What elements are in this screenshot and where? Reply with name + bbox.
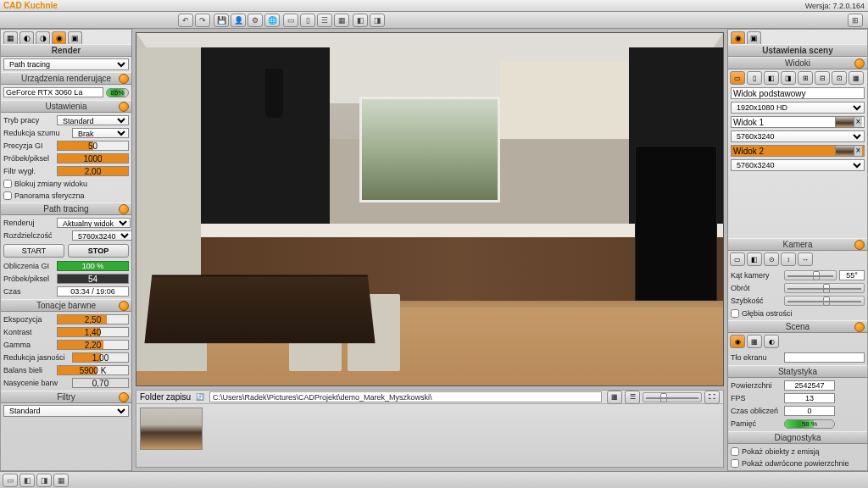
angle-slider[interactable]: [784, 270, 837, 280]
filter-value[interactable]: 2,00: [57, 166, 129, 176]
wb-value[interactable]: 5900 K: [57, 365, 129, 375]
view-2[interactable]: Widok 2×: [731, 145, 865, 157]
contrast-value[interactable]: 1,40: [57, 327, 129, 337]
tab-scene[interactable]: ▦: [3, 31, 18, 44]
view-btn-5[interactable]: ⊞: [798, 71, 813, 85]
gi-value[interactable]: 50: [57, 141, 129, 151]
render-thumbnail[interactable]: [140, 408, 203, 450]
close-icon[interactable]: ×: [854, 117, 862, 127]
panorama-checkbox[interactable]: [3, 191, 12, 200]
expand-icon[interactable]: ⛶: [704, 391, 720, 404]
misc2-icon[interactable]: ◨: [370, 14, 385, 27]
render-scope-select[interactable]: Aktualny widok: [57, 218, 131, 228]
reset-camera-icon[interactable]: [854, 240, 865, 250]
render-viewport[interactable]: [136, 32, 724, 386]
bg-color-swatch[interactable]: [784, 352, 865, 363]
view0-res-select[interactable]: 1920x1080 HD: [731, 102, 865, 114]
lock-view-label: Blokuj zmiany widoku: [14, 180, 87, 188]
cam-btn-2[interactable]: ◧: [747, 252, 762, 266]
cam-btn-4[interactable]: ↕: [781, 252, 796, 266]
wb-label: Balans bieli: [3, 366, 54, 374]
show-flipped-checkbox[interactable]: [731, 459, 739, 468]
speed-label: Szybkość: [731, 297, 782, 305]
reset-views-icon[interactable]: [854, 58, 865, 69]
angle-value[interactable]: 55°: [839, 270, 865, 280]
redo-icon[interactable]: ↷: [195, 14, 210, 27]
close-icon[interactable]: ×: [854, 146, 862, 156]
footer-btn-3[interactable]: ◨: [36, 474, 52, 487]
gpu-name-input[interactable]: [3, 87, 103, 97]
save-path-input[interactable]: C:\Users\Radek\Pictures\CADProjekt\demo_…: [209, 391, 602, 402]
tab-mat[interactable]: ◑: [36, 31, 50, 44]
view2-res-select[interactable]: 5760x3240: [731, 159, 865, 171]
list-view-icon[interactable]: ☰: [625, 391, 640, 404]
panel2-icon[interactable]: ▯: [300, 14, 315, 27]
layers-icon[interactable]: ☰: [317, 14, 332, 27]
misc1-icon[interactable]: ◧: [353, 14, 368, 27]
cam-btn-1[interactable]: ▭: [730, 252, 745, 266]
expo-value[interactable]: 2,50: [57, 314, 129, 324]
mode-select[interactable]: Standard: [57, 115, 129, 125]
grid-view-icon[interactable]: ▦: [607, 391, 622, 404]
view-btn-8[interactable]: ▦: [849, 71, 864, 85]
stats-header: Statystyka: [778, 367, 817, 376]
lock-view-checkbox[interactable]: [3, 180, 12, 188]
view-btn-1[interactable]: ▭: [730, 71, 745, 85]
faces-value: 2542547: [784, 380, 835, 391]
refresh-icon[interactable]: 🔄: [196, 393, 204, 401]
filters-select[interactable]: Standard: [3, 405, 129, 417]
reset-settings-icon[interactable]: [119, 102, 129, 112]
footer-btn-1[interactable]: ▭: [3, 474, 18, 487]
spp-value[interactable]: 1000: [57, 153, 129, 164]
tab-scene-settings[interactable]: ◉: [731, 31, 745, 44]
help-icon[interactable]: ⊞: [848, 14, 863, 27]
user-icon[interactable]: 👤: [231, 14, 246, 27]
view-btn-2[interactable]: ▯: [747, 71, 762, 85]
right-panel: ◉ ▣ Ustawienia sceny Widoki ▭ ▯ ◧ ◨ ⊞ ⊟ …: [727, 29, 868, 471]
reset-pt-icon[interactable]: [119, 204, 129, 214]
save-icon[interactable]: 💾: [214, 14, 229, 27]
render-method-select[interactable]: Path tracing: [3, 58, 129, 70]
scene-btn-3[interactable]: ◐: [764, 335, 779, 348]
dof-checkbox[interactable]: [731, 309, 739, 318]
view-btn-4[interactable]: ◨: [781, 71, 796, 85]
cam-btn-3[interactable]: ⊙: [764, 252, 779, 266]
reset-tone-icon[interactable]: [119, 301, 129, 311]
bright-value[interactable]: 1,00: [72, 352, 129, 363]
view-btn-6[interactable]: ⊟: [815, 71, 830, 85]
reset-scene-icon[interactable]: [854, 322, 865, 332]
tab-render[interactable]: ◉: [52, 31, 66, 44]
reset-filters-icon[interactable]: [119, 392, 129, 402]
tab-right-2[interactable]: ▣: [747, 31, 761, 44]
stop-button[interactable]: STOP: [68, 244, 129, 258]
gamma-value[interactable]: 2,20: [57, 340, 129, 350]
cam-btn-5[interactable]: ↔: [798, 252, 813, 266]
resolution-select[interactable]: 5760x3240: [72, 230, 132, 241]
tab-present[interactable]: ▣: [68, 31, 82, 44]
view1-res-select[interactable]: 5760x3240: [731, 130, 865, 142]
reset-icon[interactable]: [119, 74, 129, 84]
globe-icon[interactable]: 🌐: [264, 14, 280, 27]
start-button[interactable]: START: [3, 244, 64, 258]
undo-icon[interactable]: ↶: [178, 14, 193, 27]
materials-icon[interactable]: ▦: [334, 14, 349, 27]
view-btn-3[interactable]: ◧: [764, 71, 779, 85]
footer-btn-2[interactable]: ◧: [19, 474, 35, 487]
cog-icon[interactable]: ⚙: [248, 14, 263, 27]
view-1[interactable]: Widok 1×: [731, 116, 865, 128]
thumb-zoom-slider[interactable]: [643, 392, 702, 402]
panel1-icon[interactable]: ▭: [283, 14, 298, 27]
scene-header: Scena: [786, 322, 810, 331]
show-emissive-checkbox[interactable]: [731, 447, 739, 456]
sat-value[interactable]: 0,70: [72, 378, 129, 388]
footer-btn-4[interactable]: ▦: [53, 474, 69, 487]
denoise-select[interactable]: Brak: [72, 128, 129, 138]
show-flipped-label: Pokaż odwrócone powierzchnie: [742, 459, 849, 468]
scene-btn-1[interactable]: ◉: [730, 335, 745, 348]
scene-btn-2[interactable]: ▦: [747, 335, 762, 348]
speed-slider[interactable]: [784, 296, 865, 306]
view-primary[interactable]: Widok podstawowy: [731, 87, 865, 99]
view-btn-7[interactable]: ⊡: [832, 71, 847, 85]
rot-slider[interactable]: [784, 283, 865, 293]
tab-light[interactable]: ◐: [19, 31, 34, 44]
